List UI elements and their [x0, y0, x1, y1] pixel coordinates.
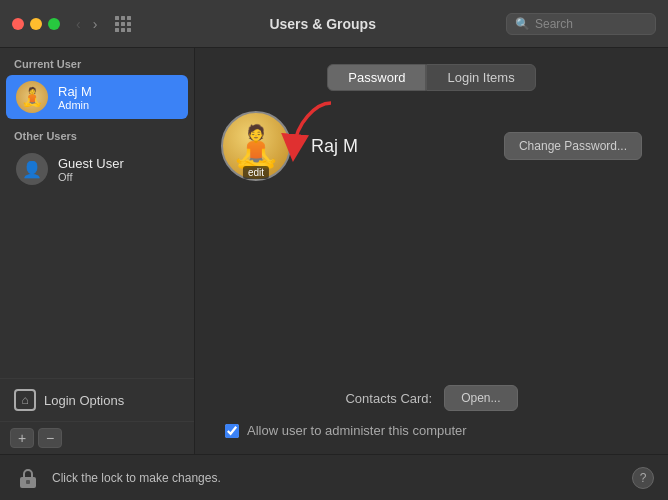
titlebar: ‹ › Users & Groups 🔍	[0, 0, 668, 48]
grid-icon[interactable]	[115, 16, 131, 32]
big-avatar-wrap: 🧘 edit	[221, 111, 291, 181]
login-options-label: Login Options	[44, 393, 124, 408]
minimize-button[interactable]	[30, 18, 42, 30]
login-options-button[interactable]: ⌂ Login Options	[0, 378, 194, 421]
sidebar: Current User 🧘 Raj M Admin Other Users 👤…	[0, 48, 195, 454]
guest-user-status: Off	[58, 171, 124, 183]
search-icon: 🔍	[515, 17, 530, 31]
admin-checkbox[interactable]	[225, 424, 239, 438]
maximize-button[interactable]	[48, 18, 60, 30]
sidebar-item-guest[interactable]: 👤 Guest User Off	[6, 147, 188, 191]
current-user-label: Current User	[0, 48, 194, 74]
avatar-guest: 👤	[16, 153, 48, 185]
user-info-guest: Guest User Off	[58, 156, 124, 183]
tab-password[interactable]: Password	[327, 64, 426, 91]
forward-button[interactable]: ›	[89, 14, 102, 34]
guest-user-name: Guest User	[58, 156, 124, 171]
sidebar-actions: + −	[0, 421, 194, 454]
add-user-button[interactable]: +	[10, 428, 34, 448]
user-detail: 🧘 edit Raj M Change Password..	[211, 111, 652, 438]
user-role-raj: Admin	[58, 99, 92, 111]
user-info-raj: Raj M Admin	[58, 84, 92, 111]
bottom-bar: Click the lock to make changes. ?	[0, 454, 668, 500]
content: Current User 🧘 Raj M Admin Other Users 👤…	[0, 48, 668, 454]
lock-icon-wrap[interactable]	[14, 464, 42, 492]
open-button[interactable]: Open...	[444, 385, 517, 411]
search-input[interactable]	[535, 17, 647, 31]
avatar-raj: 🧘	[16, 81, 48, 113]
admin-checkbox-label: Allow user to administer this computer	[247, 423, 467, 438]
lock-text: Click the lock to make changes.	[52, 471, 622, 485]
tabs: Password Login Items	[211, 64, 652, 91]
nav-arrows: ‹ ›	[72, 14, 101, 34]
sidebar-item-raj[interactable]: 🧘 Raj M Admin	[6, 75, 188, 119]
help-button[interactable]: ?	[632, 467, 654, 489]
tab-login-items[interactable]: Login Items	[426, 64, 535, 91]
back-button[interactable]: ‹	[72, 14, 85, 34]
remove-user-button[interactable]: −	[38, 428, 62, 448]
change-password-button[interactable]: Change Password...	[504, 132, 642, 160]
main-panel: Password Login Items 🧘 edit	[195, 48, 668, 454]
search-box[interactable]: 🔍	[506, 13, 656, 35]
contacts-row: Contacts Card: Open...	[221, 385, 642, 411]
checkbox-row: Allow user to administer this computer	[221, 423, 642, 438]
user-name-raj: Raj M	[58, 84, 92, 99]
other-users-label: Other Users	[0, 120, 194, 146]
window-title: Users & Groups	[147, 16, 498, 32]
login-options-icon: ⌂	[14, 389, 36, 411]
edit-label: edit	[243, 166, 269, 179]
red-arrow	[276, 93, 346, 168]
traffic-lights	[12, 18, 60, 30]
close-button[interactable]	[12, 18, 24, 30]
contacts-card-label: Contacts Card:	[345, 391, 432, 406]
lock-icon	[17, 467, 39, 489]
user-header: 🧘 edit Raj M Change Password..	[221, 111, 642, 181]
svg-rect-2	[26, 480, 30, 484]
